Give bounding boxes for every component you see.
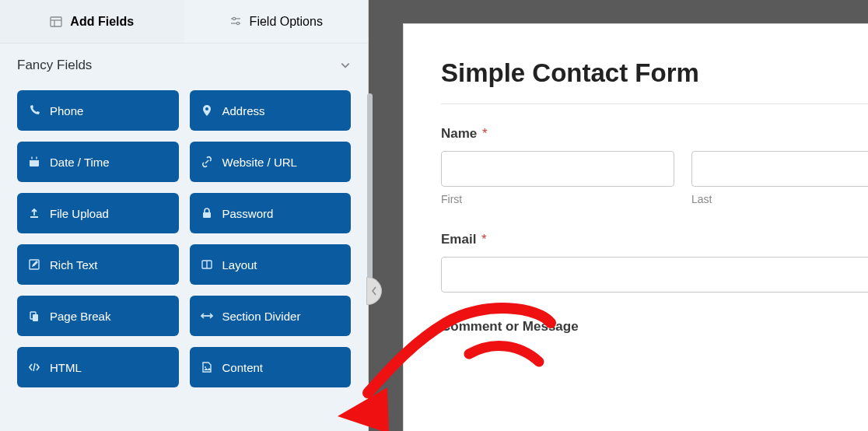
- field-label: HTML: [50, 361, 82, 374]
- field-label: File Upload: [50, 207, 109, 220]
- copy-icon: [28, 310, 40, 322]
- map-marker-icon: [201, 104, 213, 117]
- sliders-icon: [229, 16, 242, 28]
- code-icon: [28, 361, 40, 373]
- tab-add-fields[interactable]: Add Fields: [0, 0, 184, 43]
- field-label: Address: [222, 104, 265, 117]
- field-page-break[interactable]: Page Break: [17, 296, 179, 336]
- svg-line-19: [33, 363, 35, 371]
- form-field-email[interactable]: Email *: [441, 232, 868, 293]
- file-image-icon: [201, 361, 213, 373]
- comment-label: Comment or Message: [441, 319, 868, 335]
- field-date-time[interactable]: Date / Time: [17, 142, 179, 182]
- field-phone[interactable]: Phone: [17, 90, 179, 131]
- form-field-name[interactable]: Name * First Last: [441, 126, 868, 205]
- arrows-h-icon: [201, 310, 213, 322]
- svg-rect-9: [30, 158, 39, 160]
- field-file-upload[interactable]: File Upload: [17, 193, 179, 233]
- section-fancy-fields-header[interactable]: Fancy Fields: [0, 44, 368, 81]
- section-title: Fancy Fields: [17, 58, 92, 73]
- title-divider: [441, 103, 868, 104]
- tab-field-options[interactable]: Field Options: [184, 0, 369, 43]
- field-label: Phone: [50, 104, 83, 117]
- chevron-left-icon: [371, 286, 377, 296]
- form-field-comment[interactable]: Comment or Message: [441, 319, 868, 335]
- form-preview: Simple Contact Form Name * First Last Em…: [403, 23, 868, 431]
- name-inputs-row: First Last: [441, 151, 868, 205]
- fancy-fields-grid: Phone Address Date / Time Website / URL …: [0, 81, 368, 398]
- last-name-input[interactable]: [691, 151, 868, 187]
- fields-panel: Add Fields Field Options Fancy Fields Ph…: [0, 0, 369, 431]
- upload-icon: [28, 207, 40, 219]
- field-label: Content: [222, 361, 264, 374]
- svg-point-6: [236, 22, 239, 24]
- field-label: Section Divider: [222, 310, 301, 323]
- field-label: Page Break: [50, 310, 110, 323]
- label-text: Email: [441, 232, 476, 247]
- panel-tabs: Add Fields Field Options: [0, 0, 368, 44]
- label-text: Name: [441, 126, 477, 141]
- chevron-down-icon: [340, 60, 351, 71]
- field-label: Password: [222, 207, 274, 220]
- tab-label: Add Fields: [70, 15, 134, 29]
- required-marker: *: [481, 232, 487, 247]
- pencil-square-icon: [28, 258, 40, 271]
- svg-point-20: [205, 366, 206, 368]
- field-address[interactable]: Address: [190, 90, 352, 131]
- collapse-panel-toggle[interactable]: [366, 277, 382, 305]
- calendar-icon: [28, 156, 40, 168]
- field-html[interactable]: HTML: [17, 347, 179, 387]
- svg-point-4: [233, 17, 235, 19]
- field-label: Date / Time: [50, 156, 110, 169]
- first-name-input[interactable]: [441, 151, 674, 187]
- field-layout[interactable]: Layout: [190, 244, 352, 285]
- svg-rect-0: [51, 17, 61, 26]
- last-name-col: Last: [691, 151, 868, 205]
- svg-rect-17: [33, 314, 38, 321]
- panel-scrollbar[interactable]: [367, 93, 373, 288]
- form-title: Simple Contact Form: [441, 58, 868, 88]
- svg-point-7: [205, 107, 208, 110]
- tab-label: Field Options: [250, 15, 323, 29]
- field-label: Website / URL: [222, 156, 297, 169]
- required-marker: *: [482, 126, 488, 141]
- columns-icon: [201, 258, 213, 271]
- field-website-url[interactable]: Website / URL: [190, 142, 352, 182]
- field-rich-text[interactable]: Rich Text: [17, 244, 179, 285]
- lock-icon: [201, 207, 213, 219]
- svg-rect-12: [203, 212, 211, 218]
- link-icon: [201, 156, 213, 168]
- first-sublabel: First: [441, 193, 674, 205]
- email-label: Email *: [441, 232, 868, 247]
- field-label: Layout: [222, 258, 257, 272]
- first-name-col: First: [441, 151, 674, 205]
- name-label: Name *: [441, 126, 868, 142]
- last-sublabel: Last: [691, 193, 868, 205]
- email-input[interactable]: [441, 257, 868, 293]
- field-section-divider[interactable]: Section Divider: [190, 296, 352, 336]
- field-password[interactable]: Password: [190, 193, 352, 233]
- phone-icon: [28, 104, 40, 117]
- field-label: Rich Text: [50, 258, 97, 272]
- form-icon: [50, 16, 62, 28]
- field-content[interactable]: Content: [190, 347, 352, 387]
